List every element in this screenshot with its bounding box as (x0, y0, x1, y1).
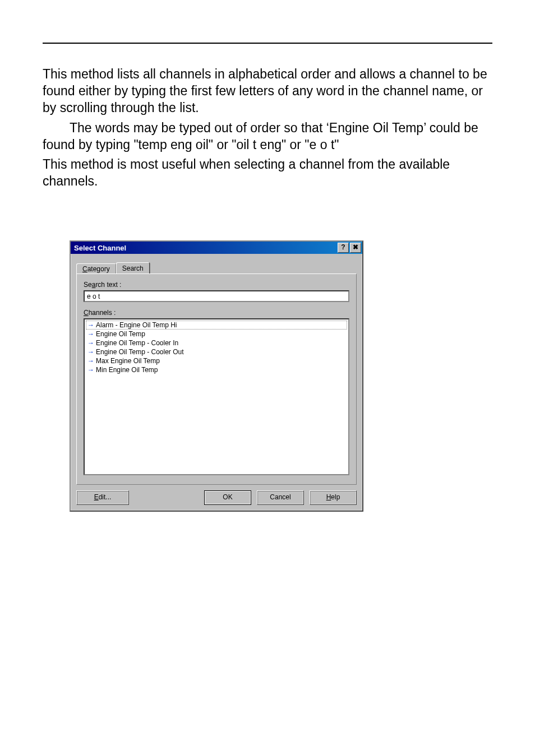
search-tab-panel: Search text : Channels : → Alarm - Engin… (76, 273, 357, 485)
paragraph-2: The words may be typed out of order so t… (43, 120, 492, 154)
search-input[interactable] (84, 290, 349, 302)
arrow-icon: → (87, 349, 95, 355)
list-item-label: Max Engine Oil Temp (96, 357, 160, 365)
close-icon[interactable]: ✖ (350, 243, 361, 253)
list-item-label: Engine Oil Temp - Cooler In (96, 339, 178, 347)
list-item-label: Alarm - Engine Oil Temp Hi (96, 321, 177, 329)
tab-category[interactable]: Category (76, 263, 116, 274)
dialog-body: Category Search Search text : Channels :… (71, 254, 362, 511)
top-rule (43, 43, 492, 44)
arrow-icon: → (87, 340, 95, 346)
list-item[interactable]: → Min Engine Oil Temp (86, 365, 347, 374)
tabstrip: Category Search (76, 261, 357, 274)
list-item-label: Engine Oil Temp (96, 330, 145, 338)
list-item[interactable]: → Max Engine Oil Temp (86, 356, 347, 365)
paragraph-3: This method is most useful when selectin… (43, 156, 492, 190)
search-text-label: Search text : (84, 281, 349, 289)
select-channel-dialog: Select Channel ? ✖ Category Search Searc… (70, 240, 363, 512)
list-item[interactable]: → Engine Oil Temp - Cooler In (86, 338, 347, 347)
channels-listbox[interactable]: → Alarm - Engine Oil Temp Hi → Engine Oi… (84, 318, 349, 475)
list-item[interactable]: → Engine Oil Temp (86, 330, 347, 338)
titlebar[interactable]: Select Channel ? ✖ (71, 242, 362, 254)
dialog-title: Select Channel (74, 244, 336, 252)
list-item-label: Engine Oil Temp - Cooler Out (96, 348, 184, 356)
list-item[interactable]: → Engine Oil Temp - Cooler Out (86, 347, 347, 356)
dialog-button-row: Edit... OK Cancel Help (76, 485, 357, 505)
help-button[interactable]: Help (310, 490, 357, 505)
paragraph-1: This method lists all channels in alphab… (43, 66, 492, 117)
list-item[interactable]: → Alarm - Engine Oil Temp Hi (86, 321, 347, 330)
arrow-icon: → (87, 367, 95, 373)
help-icon[interactable]: ? (338, 243, 349, 253)
arrow-icon: → (87, 331, 95, 337)
edit-button[interactable]: Edit... (76, 490, 129, 505)
cancel-button[interactable]: Cancel (257, 490, 304, 505)
arrow-icon: → (87, 322, 95, 328)
list-item-label: Min Engine Oil Temp (96, 366, 158, 374)
channels-label: Channels : (84, 309, 349, 317)
ok-button[interactable]: OK (204, 490, 251, 505)
arrow-icon: → (87, 358, 95, 364)
tab-search[interactable]: Search (116, 262, 150, 275)
